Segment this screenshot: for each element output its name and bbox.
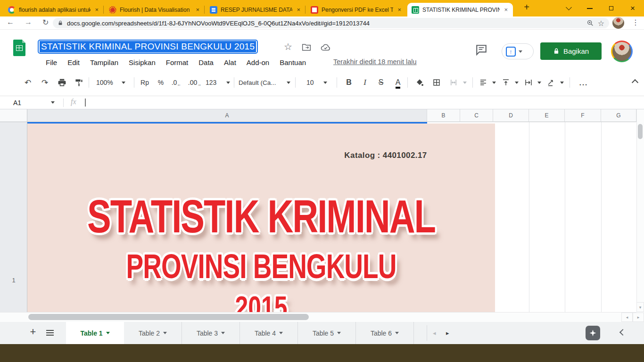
column-header-b[interactable]: B: [427, 109, 460, 122]
menu-data[interactable]: Data: [193, 58, 219, 66]
all-sheets-menu-icon[interactable]: [46, 330, 54, 336]
increase-decimal-button[interactable]: .00→: [185, 77, 205, 88]
bookmark-star-icon[interactable]: ☆: [598, 19, 604, 28]
scroll-left-button[interactable]: ◂: [621, 313, 633, 322]
font-select[interactable]: Default (Ca...: [239, 77, 290, 88]
menu-tampilan[interactable]: Tampilan: [85, 58, 124, 66]
italic-button[interactable]: I: [357, 77, 372, 88]
vertical-scrollbar-thumb[interactable]: [638, 124, 643, 139]
menu-addon[interactable]: Add-on: [241, 58, 274, 66]
tab-close-icon[interactable]: ×: [296, 6, 301, 13]
tab-close-icon[interactable]: ×: [396, 6, 402, 13]
zoom-page-icon[interactable]: [586, 19, 594, 27]
add-sheet-button[interactable]: +: [27, 326, 39, 338]
paint-format-icon[interactable]: [71, 77, 87, 88]
vertical-align-icon[interactable]: [499, 77, 513, 88]
name-box-chevron-icon[interactable]: [51, 101, 55, 104]
column-header-d[interactable]: D: [493, 109, 529, 122]
sheet-tab-chevron-icon[interactable]: [279, 332, 283, 334]
undo-icon[interactable]: ↶: [21, 77, 35, 88]
last-edited-link[interactable]: Terakhir diedit 18 menit lalu: [333, 58, 417, 66]
comment-history-icon[interactable]: [475, 44, 487, 56]
sheet-tab-table3[interactable]: Table 3: [182, 322, 240, 344]
present-button[interactable]: ↑: [502, 43, 534, 59]
menu-sisipkan[interactable]: Sisipkan: [124, 58, 161, 66]
row-header-1[interactable]: 1: [0, 122, 27, 312]
sheet-tab-table2[interactable]: Table 2: [124, 322, 182, 344]
font-size-select[interactable]: 10: [301, 77, 333, 88]
merge-cells-chevron-icon[interactable]: [461, 77, 469, 88]
text-wrap-icon[interactable]: [521, 77, 536, 88]
browser-profile-avatar[interactable]: [612, 17, 624, 29]
forward-button[interactable]: →: [25, 18, 32, 26]
menu-alat[interactable]: Alat: [219, 58, 241, 66]
star-document-icon[interactable]: ☆: [284, 41, 292, 52]
sheet-tab-chevron-icon[interactable]: [221, 332, 225, 334]
url-text[interactable]: docs.google.com/spreadsheets/d/1f1-8J-6J…: [67, 20, 583, 27]
formula-input-caret[interactable]: [85, 99, 86, 107]
address-bar[interactable]: docs.google.com/spreadsheets/d/1f1-8J-6J…: [53, 18, 609, 28]
document-title-input[interactable]: STATISTIK KRIMINAL PROVINSI BENGKULU 201…: [38, 40, 258, 54]
column-header-g[interactable]: G: [601, 109, 636, 122]
google-sheets-logo-icon[interactable]: [13, 40, 25, 56]
more-toolbar-icon[interactable]: ...: [573, 77, 594, 88]
text-rotation-icon[interactable]: [544, 77, 558, 88]
next-sheets-icon[interactable]: ▸: [446, 329, 449, 337]
name-box[interactable]: A1: [13, 99, 21, 107]
zoom-select[interactable]: 100%: [93, 77, 128, 88]
text-rotation-chevron-icon[interactable]: [558, 77, 566, 88]
horizontal-align-icon[interactable]: [476, 77, 490, 88]
percent-format-button[interactable]: %: [154, 77, 168, 88]
prev-sheets-icon[interactable]: ◂: [433, 329, 436, 337]
browser-menu-icon[interactable]: ⋮: [632, 18, 639, 27]
vertical-align-chevron-icon[interactable]: [513, 77, 520, 88]
share-button[interactable]: Bagikan: [540, 42, 602, 60]
menu-bantuan[interactable]: Bantuan: [274, 58, 311, 66]
scroll-down-button[interactable]: ▾: [636, 302, 644, 312]
show-side-panel-icon[interactable]: [619, 329, 626, 336]
browser-tab-flourish-site[interactable]: Flourish | Data Visualisation & ×: [105, 3, 205, 16]
column-header-c[interactable]: C: [460, 109, 493, 122]
horizontal-scrollbar-thumb[interactable]: [28, 314, 309, 320]
column-header-f[interactable]: F: [565, 109, 601, 122]
menu-format[interactable]: Format: [161, 58, 194, 66]
collapse-toolbar-icon[interactable]: [628, 77, 642, 88]
currency-format-button[interactable]: Rp: [137, 77, 153, 88]
text-color-button[interactable]: A: [389, 77, 406, 88]
account-avatar[interactable]: [611, 41, 633, 62]
vertical-scrollbar-track[interactable]: [636, 109, 644, 312]
tab-close-icon[interactable]: ×: [94, 6, 99, 13]
back-button[interactable]: ←: [7, 18, 14, 26]
sheet-tab-table5[interactable]: Table 5: [298, 322, 356, 344]
sheet-tab-table6[interactable]: Table 6: [356, 322, 414, 344]
column-header-a[interactable]: A: [27, 109, 427, 122]
tab-search-chevron-icon[interactable]: [558, 0, 579, 16]
sheet-tab-chevron-icon[interactable]: [163, 332, 167, 334]
bold-button[interactable]: B: [340, 77, 357, 88]
scroll-right-button[interactable]: ▸: [633, 313, 644, 322]
browser-tab-docs[interactable]: RESEP JURNALISME DATA - G ×: [206, 3, 305, 16]
browser-tab-spreadsheet-active[interactable]: STATISTIK KRIMINAL PROVIN ×: [407, 3, 513, 16]
new-tab-button[interactable]: +: [520, 2, 533, 13]
sheet-tab-table4[interactable]: Table 4: [240, 322, 298, 344]
tab-close-icon[interactable]: ×: [195, 6, 200, 13]
text-wrap-chevron-icon[interactable]: [536, 77, 543, 88]
browser-tab-flourish-search[interactable]: flourish adalah aplikasi untuk ×: [4, 3, 104, 16]
select-all-corner[interactable]: [0, 109, 27, 122]
sheet-tab-chevron-icon[interactable]: [395, 332, 399, 334]
sheet-tab-chevron-icon[interactable]: [106, 332, 110, 334]
sheet-tab-table1[interactable]: Table 1: [66, 322, 124, 344]
borders-icon[interactable]: [428, 77, 445, 88]
sheet-tab-chevron-icon[interactable]: [337, 332, 341, 334]
merge-cells-icon[interactable]: [445, 77, 462, 88]
reload-button[interactable]: ↻: [42, 18, 49, 27]
print-icon[interactable]: [54, 77, 70, 88]
decrease-decimal-button[interactable]: .0←: [168, 77, 185, 88]
cell-a1-cover-image[interactable]: Katalog : 4401002.17 STATISTIK KRIMINAL …: [27, 123, 495, 312]
menu-file[interactable]: File: [41, 58, 62, 66]
browser-tab-pdf-converter[interactable]: Pengonversi PDF ke Excel Ter ×: [306, 3, 406, 16]
tab-close-icon[interactable]: ×: [503, 6, 509, 13]
explore-button[interactable]: [586, 326, 600, 340]
window-close-button[interactable]: ×: [622, 0, 643, 16]
move-to-folder-icon[interactable]: [302, 43, 311, 51]
